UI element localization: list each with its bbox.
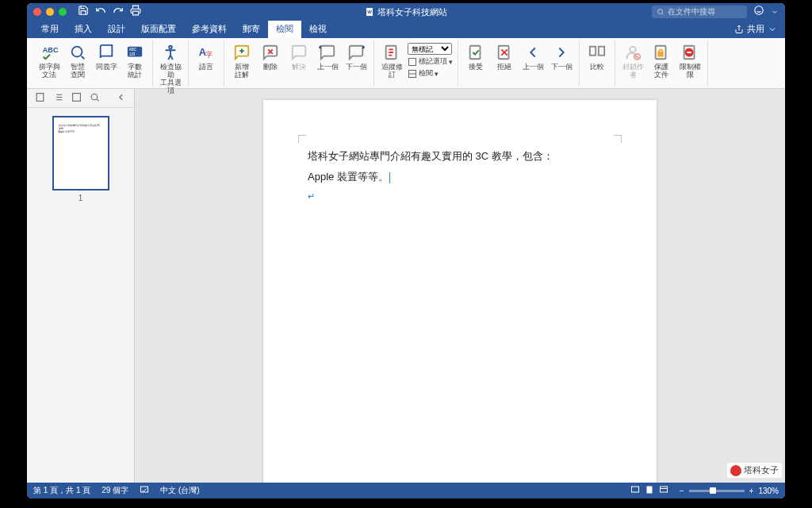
svg-point-5 <box>72 47 82 57</box>
tab-view[interactable]: 檢視 <box>301 20 335 38</box>
maximize-window-button[interactable] <box>59 8 67 16</box>
svg-text:字: 字 <box>205 51 213 59</box>
spellcheck-status-icon[interactable] <box>140 485 149 496</box>
tab-references[interactable]: 參考資料 <box>184 20 235 38</box>
markup-display-select[interactable]: 無標記 <box>408 43 452 55</box>
document-canvas[interactable]: 塔科女子網站專門介紹有趣又實用的 3C 教學，包含： Apple 裝置等等。 ↵ <box>135 89 785 483</box>
thumbnails-tab-icon[interactable] <box>35 91 45 106</box>
document-page[interactable]: 塔科女子網站專門介紹有趣又實用的 3C 教學，包含： Apple 裝置等等。 ↵ <box>263 100 657 483</box>
language-status[interactable]: 中文 (台灣) <box>160 485 199 496</box>
tab-design[interactable]: 設計 <box>100 20 133 38</box>
svg-text:ABC: ABC <box>129 48 137 52</box>
protect-document-button[interactable]: 保護 文件 <box>649 41 674 79</box>
compare-button[interactable]: 比較 <box>584 41 610 71</box>
outline-tab-icon[interactable] <box>53 91 63 106</box>
svg-point-19 <box>630 47 635 52</box>
title-bar: W 塔科女子科技網站 在文件中搜尋 <box>27 3 785 21</box>
undo-icon[interactable] <box>95 5 106 19</box>
page-count[interactable]: 第 1 頁，共 1 頁 <box>33 485 90 496</box>
svg-rect-15 <box>470 46 481 60</box>
resolve-comment-button: 解決 <box>286 41 312 71</box>
quick-access-toolbar <box>78 5 141 19</box>
search-input[interactable]: 在文件中搜尋 <box>652 6 747 18</box>
focus-view-icon[interactable] <box>630 485 640 496</box>
print-icon[interactable] <box>130 5 141 19</box>
zoom-control[interactable]: − + 130% <box>680 487 779 495</box>
previous-change-button[interactable]: 上一個 <box>520 41 546 71</box>
next-change-button[interactable]: 下一個 <box>549 41 574 71</box>
tab-layout[interactable]: 版面配置 <box>133 20 184 38</box>
window-controls <box>33 8 67 16</box>
svg-text:123: 123 <box>129 52 136 56</box>
svg-point-9 <box>169 46 172 49</box>
svg-rect-31 <box>660 487 667 492</box>
smart-lookup-button[interactable]: 智慧 查閱 <box>65 41 90 79</box>
svg-rect-13 <box>409 58 416 65</box>
track-changes-button[interactable]: 追蹤修訂 <box>379 41 404 79</box>
svg-rect-25 <box>36 93 44 101</box>
chevron-down-icon[interactable] <box>771 5 779 19</box>
search-tab-icon[interactable] <box>90 91 100 106</box>
new-comment-button[interactable]: 新增 註解 <box>229 41 255 79</box>
feedback-icon[interactable] <box>753 5 764 19</box>
svg-rect-17 <box>590 47 596 56</box>
page-thumbnail[interactable]: 塔科女子網站專門介紹有趣又實用的 3C 教學Apple 裝置等等。 <box>52 116 109 190</box>
share-button[interactable]: 共用 <box>726 20 785 38</box>
thumbnail-page-number: 1 <box>79 194 83 202</box>
tab-insert[interactable]: 插入 <box>67 20 100 38</box>
word-doc-icon: W <box>365 7 374 17</box>
ribbon-tabs: 常用 插入 設計 版面配置 參考資料 郵寄 檢閱 檢視 共用 <box>27 21 785 38</box>
review-pane-button[interactable]: 檢閱 ▾ <box>408 68 453 79</box>
status-bar: 第 1 頁，共 1 頁 29 個字 中文 (台灣) − + 130% <box>27 483 785 498</box>
word-count-button[interactable]: ABC123字數 統計 <box>122 41 147 79</box>
svg-rect-30 <box>646 487 652 494</box>
document-title: W 塔科女子科技網站 <box>365 6 447 18</box>
accessibility-check-button[interactable]: 檢查協助 工具選項 <box>158 41 183 95</box>
next-comment-button[interactable]: 下一個 <box>343 41 369 71</box>
svg-rect-18 <box>599 47 604 56</box>
share-icon <box>734 25 744 34</box>
document-paragraph[interactable]: Apple 裝置等等。 <box>308 167 612 187</box>
svg-rect-26 <box>73 93 81 101</box>
tab-home[interactable]: 常用 <box>33 20 67 38</box>
tab-mailings[interactable]: 郵寄 <box>235 20 268 38</box>
search-icon <box>657 8 665 16</box>
svg-text:W: W <box>367 10 372 14</box>
svg-text:ABC: ABC <box>43 46 58 54</box>
save-icon[interactable] <box>78 5 89 19</box>
language-button[interactable]: A字語言 <box>193 41 219 71</box>
text-cursor <box>389 172 390 183</box>
spelling-button[interactable]: ABC拼字與 文法 <box>36 41 62 79</box>
block-authors-button: 封鎖作者 <box>620 41 645 79</box>
zoom-slider[interactable] <box>689 490 745 492</box>
close-pane-icon[interactable] <box>116 91 126 106</box>
accept-button[interactable]: 接受 <box>463 41 488 71</box>
restrict-permission-button[interactable]: 限制權限 <box>677 41 703 79</box>
svg-rect-29 <box>631 487 638 492</box>
delete-comment-button[interactable]: 刪除 <box>258 41 283 71</box>
svg-point-3 <box>755 6 764 15</box>
web-layout-icon[interactable] <box>659 485 668 496</box>
svg-point-2 <box>658 10 663 14</box>
markup-options-button[interactable]: 標記選項 ▾ <box>408 56 453 67</box>
print-layout-icon[interactable] <box>645 485 654 496</box>
zoom-in-icon[interactable]: + <box>749 487 754 495</box>
tab-review[interactable]: 檢閱 <box>268 20 301 38</box>
svg-rect-22 <box>658 52 663 56</box>
watermark: 塔科女子 <box>727 463 782 478</box>
reject-button[interactable]: 拒絕 <box>492 41 517 71</box>
redo-icon[interactable] <box>113 5 124 19</box>
chevron-down-icon <box>768 25 777 34</box>
document-paragraph[interactable]: 塔科女子網站專門介紹有趣又實用的 3C 教學，包含： <box>308 146 612 167</box>
find-tab-icon[interactable] <box>71 91 82 106</box>
zoom-out-icon[interactable]: − <box>680 487 684 495</box>
zoom-level[interactable]: 130% <box>758 487 779 495</box>
close-window-button[interactable] <box>33 8 41 16</box>
paragraph-mark: ↵ <box>308 187 612 205</box>
minimize-window-button[interactable] <box>46 8 54 16</box>
previous-comment-button[interactable]: 上一個 <box>315 41 340 71</box>
thesaurus-button[interactable]: 同義字 <box>94 41 119 71</box>
navigation-pane: 塔科女子網站專門介紹有趣又實用的 3C 教學Apple 裝置等等。 1 <box>27 89 135 483</box>
ribbon: ABC拼字與 文法 智慧 查閱 同義字 ABC123字數 統計 檢查協助 工具選… <box>27 38 785 89</box>
word-count[interactable]: 29 個字 <box>102 485 128 496</box>
